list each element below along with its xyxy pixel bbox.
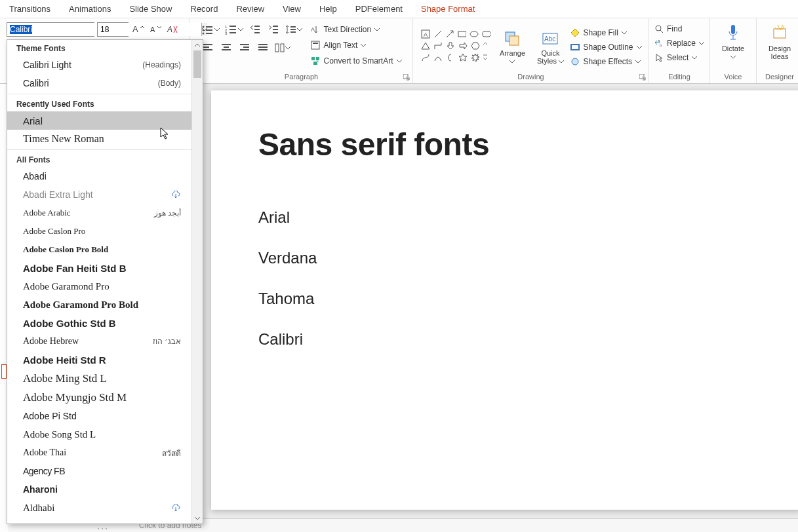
font-option[interactable]: Adobe Ming Std L <box>7 369 191 388</box>
chevron-down-icon <box>559 60 564 64</box>
shape-outline-icon <box>570 43 580 52</box>
svg-rect-15 <box>254 26 260 27</box>
text-direction-button[interactable]: A Text Direction <box>311 22 401 37</box>
font-option[interactable]: Aharoni <box>7 480 191 499</box>
font-option[interactable]: Adobe Myungjo Std M <box>7 388 191 407</box>
align-right-button[interactable] <box>237 41 252 55</box>
font-option[interactable]: Adobe Garamond Pro <box>7 277 191 295</box>
shape-fill-button[interactable]: Shape Fill <box>570 26 641 39</box>
quick-styles-label: Quick Styles <box>537 49 560 65</box>
font-option-suffix: สวัสดี <box>162 447 181 459</box>
font-option[interactable]: Adobe Heiti Std R <box>7 351 191 369</box>
font-option-name: Adobe Caslon Pro <box>23 226 85 237</box>
align-center-button[interactable] <box>219 41 233 55</box>
list-item[interactable]: Calibri <box>258 330 317 349</box>
list-item[interactable]: Tahoma <box>258 290 317 308</box>
numbering-button[interactable]: 1 2 3 <box>224 22 244 37</box>
tab-view[interactable]: View <box>283 1 301 16</box>
font-option[interactable]: Adobe Fan Heiti Std B <box>7 259 191 277</box>
font-option[interactable]: Calibri Light (Headings) <box>7 56 191 74</box>
svg-rect-27 <box>222 44 231 45</box>
font-name-combobox[interactable] <box>7 22 94 37</box>
tab-help[interactable]: Help <box>319 1 337 16</box>
drawing-dialog-launcher[interactable] <box>639 74 646 81</box>
font-option[interactable]: Adobe Hebrewאבג׳ הוז <box>7 332 191 351</box>
dictate-button[interactable]: Dictate <box>715 22 751 62</box>
list-item[interactable]: Verdana <box>258 249 317 267</box>
align-text-button[interactable]: Align Text <box>311 38 401 52</box>
scrollbar-thumb[interactable] <box>193 50 201 78</box>
font-option[interactable]: Calibri (Body) <box>7 74 191 92</box>
svg-rect-20 <box>273 32 278 33</box>
arrange-button[interactable]: Arrange <box>494 28 530 66</box>
font-option[interactable]: Adobe Caslon Pro Bold <box>7 240 191 259</box>
slide-title[interactable]: Sans serif fonts <box>258 126 489 162</box>
dropdown-scrollbar[interactable] <box>191 40 203 523</box>
font-option[interactable]: Agency FB <box>7 462 191 480</box>
group-label-designer: Designer <box>762 71 797 82</box>
find-button[interactable]: Find <box>654 22 704 35</box>
replace-button[interactable]: ab Replace <box>654 37 704 50</box>
convert-smartart-button[interactable]: Convert to SmartArt <box>311 54 401 68</box>
grip-icon <box>96 527 108 531</box>
bullets-button[interactable] <box>201 22 220 37</box>
chevron-down-icon <box>509 60 515 64</box>
list-item[interactable]: Arial <box>258 208 317 227</box>
svg-rect-39 <box>311 41 319 49</box>
font-option[interactable]: Adobe Caslon Pro <box>7 222 191 240</box>
thumbnail-selected[interactable] <box>1 364 7 379</box>
justify-button[interactable] <box>256 41 270 55</box>
font-option[interactable]: Adobe Thaiสวัสดี <box>7 444 191 462</box>
increase-font-size-button[interactable]: A <box>131 22 146 37</box>
replace-icon: ab <box>654 39 664 48</box>
columns-button[interactable] <box>274 41 291 55</box>
gallery-more-icon <box>483 53 488 62</box>
font-option[interactable]: Aldhabi <box>7 499 191 517</box>
increase-indent-button[interactable] <box>266 22 281 37</box>
decrease-font-size-button[interactable]: A <box>148 22 163 37</box>
shape-effects-button[interactable]: Shape Effects <box>570 55 641 68</box>
slide-body-list[interactable]: Arial Verdana Tahoma Calibri <box>258 208 317 349</box>
arrange-label: Arrange <box>500 49 525 57</box>
shape-outline-button[interactable]: Shape Outline <box>570 41 641 54</box>
scroll-up-button[interactable] <box>192 40 203 50</box>
tab-shape-format[interactable]: Shape Format <box>421 1 475 16</box>
tab-record[interactable]: Record <box>190 1 218 16</box>
font-option-name: Calibri Light <box>23 60 71 70</box>
pane-resize-grip[interactable] <box>94 525 110 532</box>
font-option[interactable]: Adobe Garamond Pro Bold <box>7 295 191 314</box>
font-option[interactable]: Arial <box>7 111 191 130</box>
ribbon-group-voice: Dictate Voice <box>710 18 757 83</box>
svg-rect-26 <box>203 49 212 50</box>
font-option[interactable]: Adobe Song Std L <box>7 425 191 444</box>
quick-styles-button[interactable]: Abc Quick Styles <box>532 28 568 66</box>
font-option-suffix: أبجد هوز <box>154 208 181 218</box>
tab-animations[interactable]: Animations <box>69 1 111 16</box>
tab-slideshow[interactable]: Slide Show <box>129 1 172 16</box>
tab-review[interactable]: Review <box>236 1 264 16</box>
tab-transitions[interactable]: Transitions <box>9 1 50 16</box>
slide-canvas[interactable]: Sans serif fonts Arial Verdana Tahoma Ca… <box>211 90 798 510</box>
font-option[interactable]: Adobe Arabicأبجد هوز <box>7 204 191 222</box>
cloud-download-icon[interactable] <box>170 191 181 199</box>
font-option[interactable]: Times New Roman <box>7 130 191 148</box>
select-button[interactable]: Select <box>654 51 704 64</box>
tab-pdfelement[interactable]: PDFelement <box>355 1 403 16</box>
svg-rect-22 <box>290 29 296 30</box>
font-size-combobox[interactable] <box>97 22 129 37</box>
scroll-down-button[interactable] <box>192 513 203 523</box>
font-option[interactable]: Adobe Gothic Std B <box>7 314 191 332</box>
design-ideas-button[interactable]: Design Ideas <box>762 22 797 62</box>
clear-formatting-button[interactable]: A <box>165 22 180 37</box>
decrease-indent-button[interactable] <box>248 22 262 37</box>
font-option[interactable]: Abadi <box>7 167 191 185</box>
cloud-download-icon[interactable] <box>170 504 181 512</box>
font-name-input[interactable] <box>7 23 111 36</box>
font-option[interactable]: Adobe Pi Std <box>7 407 191 425</box>
font-option-name: Times New Roman <box>23 133 104 145</box>
line-spacing-button[interactable] <box>285 22 303 37</box>
shapes-gallery[interactable]: A <box>420 28 492 66</box>
font-option[interactable]: Abadi Extra Light <box>7 185 191 204</box>
paragraph-dialog-launcher[interactable] <box>403 74 410 81</box>
decrease-indent-icon <box>250 24 260 35</box>
